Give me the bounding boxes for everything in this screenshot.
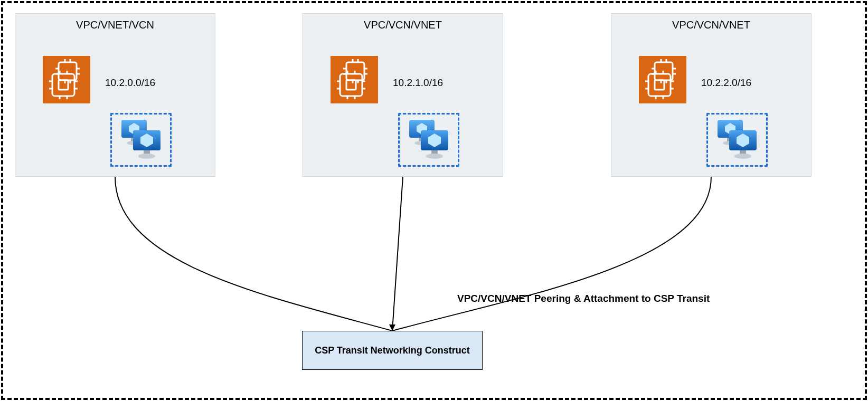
vpc-box: VPC/VNET/VCN 10.2.0.0/16 — [15, 13, 215, 177]
vpc-title: VPC/VNET/VCN — [15, 19, 215, 31]
compute-icon — [639, 56, 686, 103]
compute-icon — [331, 56, 378, 103]
svg-point-56 — [426, 154, 443, 159]
svg-point-28 — [138, 154, 155, 159]
subnet-box — [110, 113, 172, 167]
cidr-label: 10.2.2.0/16 — [701, 77, 751, 89]
compute-icon — [43, 56, 90, 103]
cidr-label: 10.2.1.0/16 — [393, 77, 443, 89]
vpc-box: VPC/VCN/VNET 10.2.2.0/16 — [611, 13, 812, 177]
svg-point-84 — [734, 154, 751, 159]
peering-caption: VPC/VCN/VNET Peering & Attachment to CSP… — [457, 293, 710, 304]
vpc-title: VPC/VCN/VNET — [303, 19, 503, 31]
vpc-title: VPC/VCN/VNET — [611, 19, 811, 31]
diagram-canvas: VPC/VNET/VCN 10.2.0.0/16 — [0, 0, 868, 401]
subnet-box — [706, 113, 768, 167]
transit-box: CSP Transit Networking Construct — [302, 331, 483, 370]
vpc-box: VPC/VCN/VNET 10.2.1.0/16 — [303, 13, 503, 177]
vm-pair-icon — [708, 114, 766, 165]
cidr-label: 10.2.0.0/16 — [105, 77, 155, 89]
vm-pair-icon — [400, 114, 458, 165]
subnet-box — [398, 113, 459, 167]
vm-pair-icon — [112, 114, 170, 165]
transit-label: CSP Transit Networking Construct — [315, 345, 470, 356]
